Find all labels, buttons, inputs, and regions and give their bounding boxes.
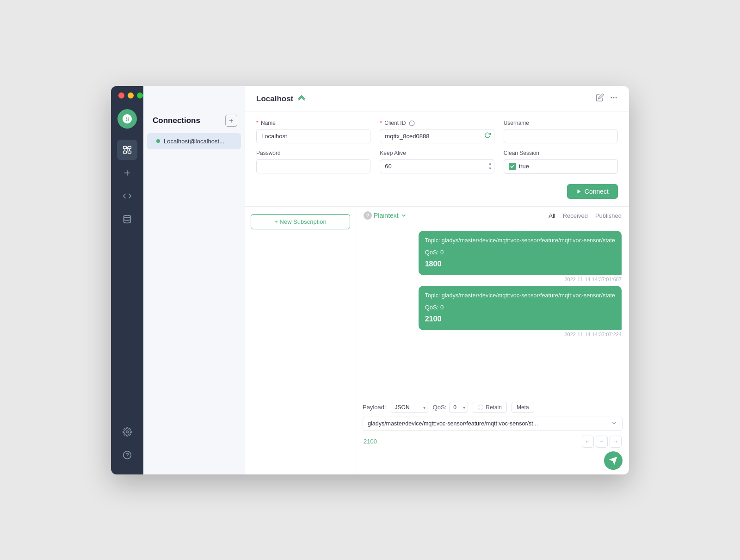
svg-point-11 xyxy=(126,431,129,433)
help-nav-icon xyxy=(123,450,132,460)
add-connection-button[interactable] xyxy=(225,115,237,127)
svg-point-17 xyxy=(613,97,615,98)
qos-group: QoS: 0 1 2 xyxy=(433,402,469,413)
connect-button[interactable]: Connect xyxy=(567,184,618,199)
connection-form: * Name * Client ID xyxy=(245,111,629,207)
form-group-password: Password xyxy=(256,150,370,174)
clean-session-label: Clean Session xyxy=(504,150,618,156)
connections-title: Connections xyxy=(153,116,200,125)
svg-point-10 xyxy=(124,215,131,217)
send-button[interactable] xyxy=(604,451,623,470)
send-row xyxy=(363,451,623,470)
refresh-client-id-icon[interactable] xyxy=(484,132,491,140)
retain-button[interactable]: Retain xyxy=(473,402,507,413)
keep-alive-label: Keep Alive xyxy=(380,150,494,156)
settings-nav-icon xyxy=(123,427,132,437)
message-1-topic: Topic: gladys/master/device/mqtt:voc-sen… xyxy=(425,236,615,245)
client-id-input[interactable] xyxy=(380,129,494,143)
message-bubble-2: Topic: gladys/master/device/mqtt:voc-sen… xyxy=(419,286,622,330)
stepper-down-button[interactable]: ▼ xyxy=(488,166,493,171)
help-icon: ? xyxy=(364,211,372,220)
retain-radio xyxy=(478,405,483,410)
form-group-username: Username xyxy=(504,120,618,143)
form-group-keep-alive: Keep Alive ▲ ▼ xyxy=(380,150,494,174)
connection-item[interactable]: Localhost@localhost... xyxy=(147,133,241,149)
form-row-1: * Name * Client ID xyxy=(256,120,618,143)
nav-minus-button[interactable]: − xyxy=(596,436,608,448)
topic-row: gladys/master/device/mqtt:voc-sensor/fea… xyxy=(363,417,623,431)
topic-expand-icon[interactable] xyxy=(611,420,617,428)
code-nav-icon xyxy=(123,191,132,201)
new-subscription-button[interactable]: + New Subscription xyxy=(251,214,350,229)
collapse-icon[interactable] xyxy=(297,93,306,105)
plus-nav-icon xyxy=(123,168,132,178)
sidebar-item-connections[interactable] xyxy=(117,140,137,160)
payload-value-text: 2100 xyxy=(364,438,578,445)
username-input[interactable] xyxy=(504,129,618,143)
sidebar-item-database[interactable] xyxy=(117,209,137,229)
nav-prev-button[interactable]: ← xyxy=(582,436,594,448)
more-options-icon[interactable] xyxy=(610,93,618,104)
send-icon xyxy=(609,456,617,465)
form-row-2: Password Keep Alive ▲ ▼ Clean Session xyxy=(256,150,618,174)
nav-next-button[interactable]: → xyxy=(610,436,622,448)
connection-name: Localhost@localhost... xyxy=(164,138,224,145)
filter-tab-received[interactable]: Received xyxy=(563,211,588,220)
message-2-topic: Topic: gladys/master/device/mqtt:voc-sen… xyxy=(425,291,615,300)
form-group-name: * Name xyxy=(256,120,370,143)
sidebar-bottom xyxy=(117,422,137,474)
filter-tab-published[interactable]: Published xyxy=(595,211,622,220)
form-group-client-id: * Client ID xyxy=(380,120,494,143)
message-area: + New Subscription ? Plaintext xyxy=(245,207,629,474)
keep-alive-input[interactable] xyxy=(380,159,494,173)
maximize-button[interactable] xyxy=(137,92,143,98)
sidebar-item-new[interactable] xyxy=(117,163,137,183)
message-bubble-container-1: Topic: gladys/master/device/mqtt:voc-sen… xyxy=(364,231,622,282)
connection-status-dot xyxy=(156,139,160,143)
client-id-input-wrapper xyxy=(380,129,494,143)
payload-type-select[interactable]: JSON Plaintext Base64 xyxy=(391,402,428,413)
form-group-clean-session: Clean Session true xyxy=(504,150,618,174)
filter-tab-all[interactable]: All xyxy=(549,211,555,220)
close-button[interactable] xyxy=(118,92,124,98)
messages-scroll: Topic: gladys/master/device/mqtt:voc-sen… xyxy=(356,225,629,397)
publisher-bar: Payload: JSON Plaintext Base64 QoS: xyxy=(356,397,629,474)
sidebar xyxy=(111,86,143,474)
password-input[interactable] xyxy=(256,159,370,173)
sidebar-item-settings[interactable] xyxy=(117,422,137,442)
topic-input-text: gladys/master/device/mqtt:voc-sensor/fea… xyxy=(368,420,611,427)
sidebar-item-code[interactable] xyxy=(117,186,137,206)
client-id-required-star: * xyxy=(380,120,382,126)
sidebar-item-help[interactable] xyxy=(117,445,137,465)
chat-panel: ? Plaintext All Received Published xyxy=(356,207,629,474)
password-label: Password xyxy=(256,150,370,156)
app-logo[interactable] xyxy=(117,109,137,129)
stepper-up-button[interactable]: ▲ xyxy=(488,161,493,166)
name-input[interactable] xyxy=(256,129,370,143)
filter-tabs: All Received Published xyxy=(549,211,622,220)
svg-marker-22 xyxy=(577,189,580,193)
qos-select[interactable]: 0 1 2 xyxy=(449,402,468,413)
message-1-qos: QoS: 0 xyxy=(425,248,615,257)
svg-rect-1 xyxy=(128,146,131,148)
message-2-value: 2100 xyxy=(425,314,615,325)
connections-panel: Connections Localhost@localhost... xyxy=(143,86,245,474)
message-bubble-container-2: Topic: gladys/master/device/mqtt:voc-sen… xyxy=(364,286,622,337)
qos-wrapper: 0 1 2 xyxy=(449,402,468,413)
message-1-value: 1800 xyxy=(425,258,615,270)
client-id-label: * Client ID xyxy=(380,120,494,126)
message-layout: + New Subscription ? Plaintext xyxy=(245,207,629,474)
message-2-timestamp: 2022-11-14 14:37:07:224 xyxy=(564,332,622,337)
connections-nav-icon xyxy=(123,145,132,154)
plaintext-selector[interactable]: ? Plaintext xyxy=(364,211,407,220)
clean-session-checkbox[interactable] xyxy=(509,163,516,170)
minimize-button[interactable] xyxy=(128,92,134,98)
keep-alive-stepper: ▲ ▼ xyxy=(380,159,494,173)
message-bubble-1: Topic: gladys/master/device/mqtt:voc-sen… xyxy=(419,231,622,275)
edit-icon-button[interactable] xyxy=(596,93,604,104)
payload-label: Payload: xyxy=(363,404,386,411)
main-content: Localhost xyxy=(245,86,629,474)
page-title: Localhost xyxy=(256,94,293,104)
svg-rect-2 xyxy=(123,151,127,153)
meta-button[interactable]: Meta xyxy=(512,402,534,413)
